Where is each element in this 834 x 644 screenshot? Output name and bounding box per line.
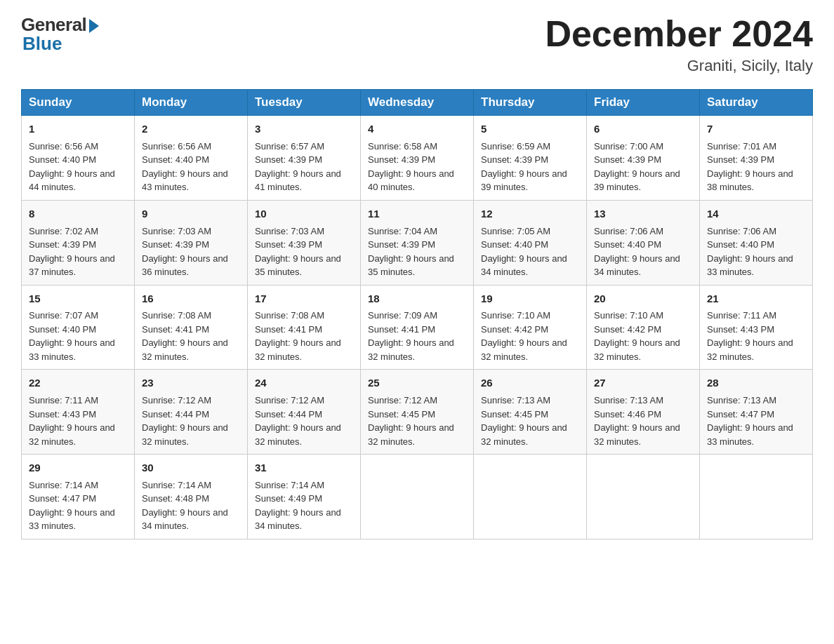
day-number: 6 (594, 121, 692, 137)
page-header: General Blue December 2024 Graniti, Sici… (21, 14, 813, 75)
day-info: Sunrise: 6:59 AMSunset: 4:39 PMDaylight:… (481, 140, 579, 194)
logo: General Blue (21, 14, 99, 55)
calendar-cell: 26Sunrise: 7:13 AMSunset: 4:45 PMDayligh… (474, 370, 587, 455)
weekday-header-tuesday: Tuesday (248, 90, 361, 116)
calendar-cell: 14Sunrise: 7:06 AMSunset: 4:40 PMDayligh… (700, 200, 813, 285)
day-info: Sunrise: 6:57 AMSunset: 4:39 PMDaylight:… (255, 140, 353, 194)
calendar-cell: 4Sunrise: 6:58 AMSunset: 4:39 PMDaylight… (361, 116, 474, 201)
day-info: Sunrise: 7:08 AMSunset: 4:41 PMDaylight:… (142, 309, 240, 363)
day-number: 27 (594, 375, 692, 391)
day-info: Sunrise: 7:06 AMSunset: 4:40 PMDaylight:… (707, 224, 805, 279)
day-number: 21 (707, 291, 805, 307)
day-number: 17 (255, 291, 353, 307)
calendar-cell: 6Sunrise: 7:00 AMSunset: 4:39 PMDaylight… (587, 116, 700, 201)
day-number: 25 (368, 375, 466, 391)
calendar-cell (587, 455, 700, 539)
calendar-cell: 16Sunrise: 7:08 AMSunset: 4:41 PMDayligh… (135, 285, 248, 370)
calendar-cell: 20Sunrise: 7:10 AMSunset: 4:42 PMDayligh… (587, 285, 700, 370)
calendar-cell: 27Sunrise: 7:13 AMSunset: 4:46 PMDayligh… (587, 370, 700, 455)
day-info: Sunrise: 7:10 AMSunset: 4:42 PMDaylight:… (594, 309, 692, 363)
day-info: Sunrise: 7:11 AMSunset: 4:43 PMDaylight:… (707, 309, 805, 363)
weekday-header-saturday: Saturday (700, 90, 813, 116)
calendar-cell: 28Sunrise: 7:13 AMSunset: 4:47 PMDayligh… (700, 370, 813, 455)
day-info: Sunrise: 7:08 AMSunset: 4:41 PMDaylight:… (255, 309, 353, 363)
calendar-cell: 11Sunrise: 7:04 AMSunset: 4:39 PMDayligh… (361, 200, 474, 285)
day-number: 7 (707, 121, 805, 137)
day-info: Sunrise: 7:14 AMSunset: 4:48 PMDaylight:… (142, 478, 240, 533)
day-number: 9 (142, 206, 240, 222)
day-number: 5 (481, 121, 579, 137)
day-info: Sunrise: 7:09 AMSunset: 4:41 PMDaylight:… (368, 309, 466, 363)
day-info: Sunrise: 7:11 AMSunset: 4:43 PMDaylight:… (29, 394, 127, 448)
calendar-cell: 10Sunrise: 7:03 AMSunset: 4:39 PMDayligh… (248, 200, 361, 285)
calendar-week-row: 15Sunrise: 7:07 AMSunset: 4:40 PMDayligh… (22, 285, 813, 370)
day-number: 13 (594, 206, 692, 222)
day-number: 31 (255, 460, 353, 476)
day-info: Sunrise: 7:04 AMSunset: 4:39 PMDaylight:… (368, 224, 466, 279)
calendar-cell: 21Sunrise: 7:11 AMSunset: 4:43 PMDayligh… (700, 285, 813, 370)
day-number: 26 (481, 375, 579, 391)
day-number: 22 (29, 375, 127, 391)
day-info: Sunrise: 7:05 AMSunset: 4:40 PMDaylight:… (481, 224, 579, 279)
day-info: Sunrise: 7:12 AMSunset: 4:45 PMDaylight:… (368, 394, 466, 448)
weekday-header-monday: Monday (135, 90, 248, 116)
calendar-cell: 2Sunrise: 6:56 AMSunset: 4:40 PMDaylight… (135, 116, 248, 201)
day-number: 29 (29, 460, 127, 476)
day-number: 2 (142, 121, 240, 137)
day-info: Sunrise: 6:56 AMSunset: 4:40 PMDaylight:… (29, 140, 127, 194)
day-info: Sunrise: 7:13 AMSunset: 4:45 PMDaylight:… (481, 394, 579, 448)
weekday-header-friday: Friday (587, 90, 700, 116)
calendar-week-row: 29Sunrise: 7:14 AMSunset: 4:47 PMDayligh… (22, 455, 813, 539)
weekday-header-wednesday: Wednesday (361, 90, 474, 116)
day-info: Sunrise: 6:56 AMSunset: 4:40 PMDaylight:… (142, 140, 240, 194)
day-number: 11 (368, 206, 466, 222)
day-number: 12 (481, 206, 579, 222)
calendar-table: SundayMondayTuesdayWednesdayThursdayFrid… (21, 89, 813, 539)
location-text: Graniti, Sicily, Italy (545, 57, 813, 75)
day-info: Sunrise: 7:01 AMSunset: 4:39 PMDaylight:… (707, 140, 805, 194)
calendar-cell (474, 455, 587, 539)
day-info: Sunrise: 7:13 AMSunset: 4:46 PMDaylight:… (594, 394, 692, 448)
day-number: 18 (368, 291, 466, 307)
day-number: 3 (255, 121, 353, 137)
calendar-cell: 3Sunrise: 6:57 AMSunset: 4:39 PMDaylight… (248, 116, 361, 201)
day-number: 23 (142, 375, 240, 391)
day-number: 15 (29, 291, 127, 307)
calendar-cell: 25Sunrise: 7:12 AMSunset: 4:45 PMDayligh… (361, 370, 474, 455)
calendar-cell: 7Sunrise: 7:01 AMSunset: 4:39 PMDaylight… (700, 116, 813, 201)
calendar-cell: 22Sunrise: 7:11 AMSunset: 4:43 PMDayligh… (22, 370, 135, 455)
calendar-cell: 23Sunrise: 7:12 AMSunset: 4:44 PMDayligh… (135, 370, 248, 455)
calendar-cell: 8Sunrise: 7:02 AMSunset: 4:39 PMDaylight… (22, 200, 135, 285)
calendar-cell: 13Sunrise: 7:06 AMSunset: 4:40 PMDayligh… (587, 200, 700, 285)
calendar-cell: 19Sunrise: 7:10 AMSunset: 4:42 PMDayligh… (474, 285, 587, 370)
day-info: Sunrise: 7:14 AMSunset: 4:49 PMDaylight:… (255, 478, 353, 533)
day-number: 10 (255, 206, 353, 222)
day-number: 8 (29, 206, 127, 222)
day-info: Sunrise: 7:12 AMSunset: 4:44 PMDaylight:… (255, 394, 353, 448)
day-number: 16 (142, 291, 240, 307)
day-number: 4 (368, 121, 466, 137)
day-info: Sunrise: 7:00 AMSunset: 4:39 PMDaylight:… (594, 140, 692, 194)
day-info: Sunrise: 7:13 AMSunset: 4:47 PMDaylight:… (707, 394, 805, 448)
weekday-header-thursday: Thursday (474, 90, 587, 116)
calendar-cell (361, 455, 474, 539)
day-number: 19 (481, 291, 579, 307)
day-number: 24 (255, 375, 353, 391)
calendar-cell: 18Sunrise: 7:09 AMSunset: 4:41 PMDayligh… (361, 285, 474, 370)
weekday-header-row: SundayMondayTuesdayWednesdayThursdayFrid… (22, 90, 813, 116)
day-number: 20 (594, 291, 692, 307)
title-block: December 2024 Graniti, Sicily, Italy (545, 14, 813, 75)
calendar-cell: 1Sunrise: 6:56 AMSunset: 4:40 PMDaylight… (22, 116, 135, 201)
month-title: December 2024 (545, 14, 813, 54)
day-info: Sunrise: 7:12 AMSunset: 4:44 PMDaylight:… (142, 394, 240, 448)
calendar-cell: 12Sunrise: 7:05 AMSunset: 4:40 PMDayligh… (474, 200, 587, 285)
calendar-week-row: 8Sunrise: 7:02 AMSunset: 4:39 PMDaylight… (22, 200, 813, 285)
calendar-cell: 9Sunrise: 7:03 AMSunset: 4:39 PMDaylight… (135, 200, 248, 285)
calendar-cell (700, 455, 813, 539)
weekday-header-sunday: Sunday (22, 90, 135, 116)
day-info: Sunrise: 7:07 AMSunset: 4:40 PMDaylight:… (29, 309, 127, 363)
day-info: Sunrise: 7:02 AMSunset: 4:39 PMDaylight:… (29, 224, 127, 279)
day-info: Sunrise: 7:03 AMSunset: 4:39 PMDaylight:… (142, 224, 240, 279)
day-number: 30 (142, 460, 240, 476)
day-number: 28 (707, 375, 805, 391)
